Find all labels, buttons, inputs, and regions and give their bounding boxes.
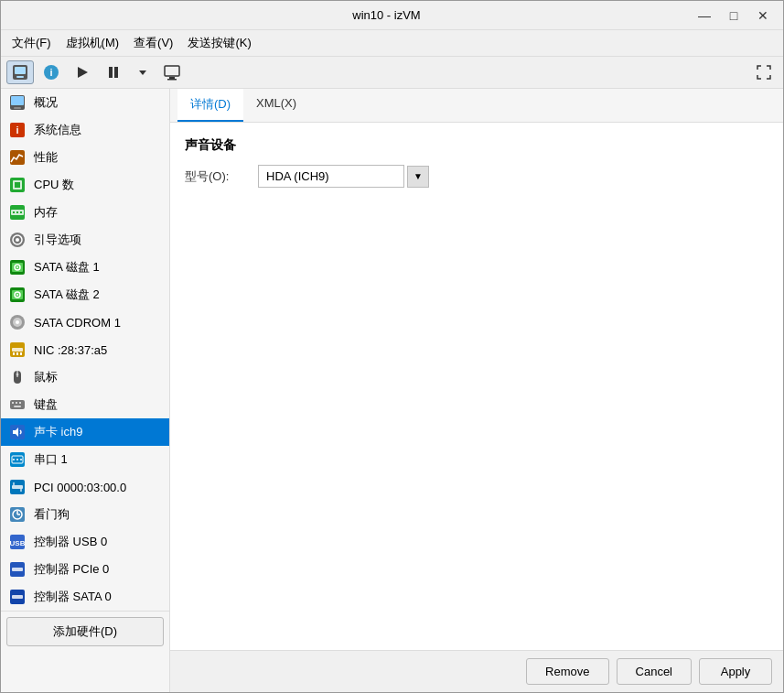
satactl-icon xyxy=(8,588,27,606)
model-label: 型号(O): xyxy=(185,168,258,185)
sidebar-item-memory[interactable]: 内存 xyxy=(1,199,169,226)
sidebar-item-nic[interactable]: NIC :28:37:a5 xyxy=(1,336,169,363)
select-arrow-icon[interactable]: ▼ xyxy=(407,166,429,188)
mouse-icon xyxy=(8,368,27,386)
svg-rect-61 xyxy=(13,482,15,485)
svg-text:i: i xyxy=(16,125,18,135)
svg-rect-10 xyxy=(167,79,177,81)
svg-rect-42 xyxy=(16,352,18,355)
sysinfo-icon: i xyxy=(8,121,27,139)
keyboard-icon xyxy=(8,395,27,414)
sidebar-item-usb[interactable]: USB控制器 USB 0 xyxy=(1,528,169,556)
serial-icon xyxy=(8,450,27,469)
svg-rect-47 xyxy=(10,400,25,409)
sidebar-item-pci[interactable]: PCI 0000:03:00.0 xyxy=(1,473,169,501)
sidebar-item-label-keyboard: 键盘 xyxy=(34,396,58,413)
svg-rect-6 xyxy=(114,67,118,78)
svg-rect-60 xyxy=(12,485,23,489)
sidebar-item-sata1[interactable]: SATA 磁盘 1 xyxy=(1,254,169,281)
svg-rect-22 xyxy=(13,211,15,213)
svg-point-46 xyxy=(16,374,19,376)
detail-panel: 详情(D) XML(X) 声音设备 型号(O): HDA (ICH9) AC97… xyxy=(170,89,783,692)
svg-rect-13 xyxy=(14,107,21,109)
svg-rect-51 xyxy=(14,406,21,407)
svg-rect-50 xyxy=(19,402,21,404)
menu-vm[interactable]: 虚拟机(M) xyxy=(59,32,127,54)
cdrom-icon xyxy=(8,313,27,331)
info-toolbar-btn[interactable]: i xyxy=(38,60,65,84)
svg-point-27 xyxy=(16,238,19,242)
sidebar-item-sound[interactable]: 声卡 ich9 xyxy=(1,418,169,446)
overview-icon xyxy=(8,93,27,112)
sidebar: 概况i系统信息性能CPU 数内存引导选项SATA 磁盘 1SATA 磁盘 2SA… xyxy=(1,89,170,692)
title-bar: win10 - izVM — □ ✕ xyxy=(1,1,783,30)
nic-icon xyxy=(8,341,27,359)
sidebar-item-label-pci: PCI 0000:03:00.0 xyxy=(34,481,126,494)
svg-rect-19 xyxy=(15,182,20,188)
svg-rect-72 xyxy=(12,595,23,599)
sidebar-item-boot[interactable]: 引导选项 xyxy=(1,226,169,254)
overview-toolbar-btn[interactable] xyxy=(6,60,34,84)
sidebar-item-perf[interactable]: 性能 xyxy=(1,144,169,171)
perf-icon xyxy=(8,148,27,167)
sidebar-item-label-perf: 性能 xyxy=(34,149,58,166)
remove-button[interactable]: Remove xyxy=(526,658,608,685)
maximize-button[interactable]: □ xyxy=(721,5,746,26)
svg-point-56 xyxy=(13,459,15,460)
menu-bar: 文件(F) 虚拟机(M) 查看(V) 发送按键(K) xyxy=(1,30,783,57)
svg-point-57 xyxy=(16,459,18,460)
svg-point-31 xyxy=(16,266,18,268)
cancel-button[interactable]: Cancel xyxy=(617,658,692,685)
sidebar-item-mouse[interactable]: 鼠标 xyxy=(1,363,169,391)
tab-detail[interactable]: 详情(D) xyxy=(177,89,243,122)
model-select[interactable]: HDA (ICH9) AC97 ES1370 SB16 xyxy=(258,165,404,188)
fullscreen-toolbar-btn[interactable] xyxy=(750,60,778,84)
sidebar-item-cpu[interactable]: CPU 数 xyxy=(1,171,169,199)
bottom-bar: Remove Cancel Apply xyxy=(170,650,783,692)
window-title: win10 - izVM xyxy=(81,8,692,22)
svg-rect-8 xyxy=(165,66,179,76)
sidebar-item-label-usb: 控制器 USB 0 xyxy=(34,534,107,550)
toolbar: i xyxy=(1,57,783,89)
cpu-icon xyxy=(8,176,27,194)
sidebar-item-label-pcie: 控制器 PCIe 0 xyxy=(34,561,109,578)
sidebar-item-watchdog[interactable]: 看门狗 xyxy=(1,501,169,528)
svg-rect-12 xyxy=(11,96,24,105)
sidebar-item-keyboard[interactable]: 键盘 xyxy=(1,391,169,418)
minimize-button[interactable]: — xyxy=(692,5,717,26)
add-hardware-button[interactable]: 添加硬件(D) xyxy=(6,617,164,646)
menu-view[interactable]: 查看(V) xyxy=(126,32,180,54)
sidebar-item-label-sata2: SATA 磁盘 2 xyxy=(34,287,100,303)
sidebar-item-overview[interactable]: 概况 xyxy=(1,89,169,116)
pause-toolbar-btn[interactable] xyxy=(100,60,127,84)
sidebar-item-sata2[interactable]: SATA 磁盘 2 xyxy=(1,281,169,309)
tab-xml[interactable]: XML(X) xyxy=(243,89,309,122)
sidebar-item-label-overview: 概况 xyxy=(34,94,58,111)
dropdown-toolbar-btn[interactable] xyxy=(131,60,155,84)
svg-rect-24 xyxy=(20,211,22,213)
model-form-row: 型号(O): HDA (ICH9) AC97 ES1370 SB16 ▼ xyxy=(185,165,768,188)
sidebar-item-cdrom[interactable]: SATA CDROM 1 xyxy=(1,309,169,336)
menu-sendkey[interactable]: 发送按键(K) xyxy=(180,32,258,54)
tab-bar: 详情(D) XML(X) xyxy=(170,89,783,123)
svg-rect-0 xyxy=(15,67,26,74)
display-toolbar-btn[interactable] xyxy=(158,60,186,84)
sidebar-item-label-cdrom: SATA CDROM 1 xyxy=(34,316,121,330)
sata-icon xyxy=(8,258,27,276)
svg-rect-9 xyxy=(169,77,175,79)
svg-rect-43 xyxy=(20,352,22,355)
apply-button[interactable]: Apply xyxy=(699,658,772,685)
main-content: 概况i系统信息性能CPU 数内存引导选项SATA 磁盘 1SATA 磁盘 2SA… xyxy=(1,89,783,692)
sidebar-item-label-sata1: SATA 磁盘 1 xyxy=(34,259,100,276)
sidebar-item-satactl[interactable]: 控制器 SATA 0 xyxy=(1,583,169,611)
sidebar-item-serial[interactable]: 串口 1 xyxy=(1,446,169,473)
play-toolbar-btn[interactable] xyxy=(69,60,96,84)
main-window: win10 - izVM — □ ✕ 文件(F) 虚拟机(M) 查看(V) 发送… xyxy=(0,0,784,693)
svg-rect-23 xyxy=(16,211,18,213)
close-button[interactable]: ✕ xyxy=(750,5,776,26)
sidebar-item-sysinfo[interactable]: i系统信息 xyxy=(1,116,169,144)
sidebar-item-pcie[interactable]: 控制器 PCIe 0 xyxy=(1,556,169,583)
menu-file[interactable]: 文件(F) xyxy=(5,32,59,54)
svg-text:i: i xyxy=(49,67,52,78)
sidebar-item-label-mouse: 鼠标 xyxy=(34,369,58,385)
